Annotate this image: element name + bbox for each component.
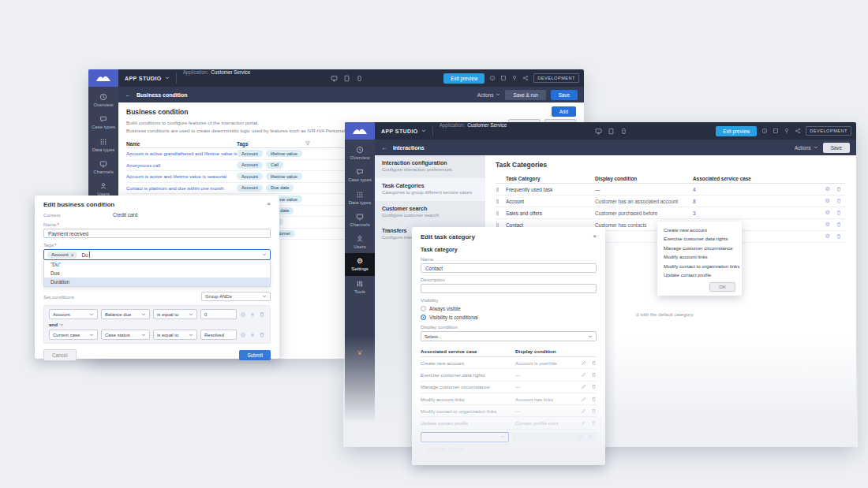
chevron-down-icon[interactable] — [262, 252, 267, 257]
info-icon[interactable] — [489, 75, 496, 81]
desktop-preview-icon[interactable] — [331, 75, 338, 82]
app-switcher[interactable]: APP STUDIO — [375, 122, 432, 140]
service-case-combobox[interactable] — [421, 432, 509, 442]
associated-case-row[interactable]: Update contact profile Contact profile e… — [421, 417, 597, 429]
submit-button[interactable]: Submit — [565, 456, 597, 465]
share-icon[interactable] — [795, 128, 801, 134]
delete-row-icon[interactable] — [591, 372, 597, 378]
dropdown-option[interactable]: Address change — [421, 445, 508, 454]
condition-target-select[interactable]: Current case — [49, 330, 98, 340]
delete-row-icon[interactable] — [591, 384, 597, 389]
actions-menu[interactable]: Actions — [795, 145, 818, 151]
nav-item-interaction-configuration[interactable]: Interaction configuration Configure inte… — [375, 155, 485, 178]
radio-always-visible[interactable]: Always visible — [421, 306, 597, 311]
delete-condition-icon[interactable] — [259, 332, 265, 338]
popup-list-item[interactable]: Update contact profile — [664, 270, 735, 279]
info-icon[interactable] — [761, 128, 768, 134]
delete-row-icon[interactable] — [591, 397, 597, 402]
associated-count-link[interactable]: 4 — [693, 187, 696, 192]
popup-list-item[interactable]: Create new account — [664, 225, 735, 234]
condition-operator-select[interactable]: is equal to — [153, 330, 197, 340]
row-settings-icon[interactable]: ⚙ — [825, 222, 830, 228]
row-settings-icon[interactable]: ⚙ — [825, 186, 830, 192]
sidebar-item-tools[interactable]: Tools — [345, 276, 375, 298]
condition-target-icon[interactable] — [240, 311, 246, 318]
delete-row-icon[interactable] — [591, 408, 597, 414]
edit-row-icon[interactable] — [581, 360, 586, 366]
edit-row-icon[interactable] — [581, 384, 586, 389]
window-icon[interactable] — [500, 75, 507, 81]
column-header-display-condition[interactable]: Display condition — [595, 176, 693, 181]
row-settings-icon[interactable]: ⚙ — [825, 210, 830, 216]
popup-list-item[interactable]: Manage customer circumstance — [664, 244, 735, 252]
associated-case-row[interactable]: Create new account Account is override — [421, 357, 597, 369]
row-delete-icon[interactable] — [836, 210, 842, 216]
add-condition-icon[interactable] — [249, 311, 256, 318]
edit-row-icon[interactable] — [578, 434, 583, 440]
name-field[interactable] — [421, 263, 597, 273]
edit-row-icon[interactable] — [581, 420, 586, 426]
condition-value-field[interactable] — [200, 309, 237, 319]
exit-preview-button[interactable]: Exit preview — [443, 73, 485, 84]
sidebar-item-users[interactable]: Users — [345, 231, 375, 253]
condition-field-select[interactable]: Balance due — [101, 309, 150, 319]
application-value[interactable]: Customer Service — [467, 122, 507, 140]
condition-name-link[interactable]: Account is active and lifetime value is … — [126, 173, 237, 179]
app-switcher[interactable]: APP STUDIO — [118, 69, 176, 87]
popup-list-item[interactable]: Exercise customer data rights — [664, 234, 735, 243]
sidebar-item-channels[interactable]: Channels — [88, 156, 118, 178]
tags-combobox[interactable]: Account × Du — [43, 249, 271, 260]
sidebar-item-channels[interactable]: Channels — [345, 209, 375, 231]
drag-handle-icon[interactable] — [496, 198, 499, 205]
nav-item-task-categories[interactable]: Task Categories Categories to group diff… — [375, 178, 485, 201]
associated-case-row[interactable]: Modify contact to organization links — — [421, 405, 597, 417]
group-logic-select[interactable]: Group ANDs — [201, 292, 271, 301]
dropdown-option[interactable]: Due — [44, 269, 270, 278]
row-settings-icon[interactable]: ⚙ — [825, 198, 830, 204]
edit-row-icon[interactable] — [581, 372, 586, 378]
row-delete-icon[interactable] — [836, 233, 842, 240]
associated-case-row[interactable]: Exercise customer data rights — — [421, 369, 597, 381]
row-delete-icon[interactable] — [836, 198, 842, 204]
close-icon[interactable]: × — [593, 233, 597, 240]
condition-field-select[interactable]: Case status — [101, 330, 150, 340]
column-header-associated-service-case[interactable]: Associated service case — [693, 176, 751, 181]
associated-case-row[interactable]: Modify account links Account has links — [421, 393, 597, 405]
sidebar-item-data-types[interactable]: Data types — [345, 187, 375, 209]
delete-condition-icon[interactable] — [259, 311, 265, 318]
task-category-row[interactable]: Sales and offers Customer purchased befo… — [496, 207, 845, 219]
desktop-preview-icon[interactable] — [595, 128, 602, 135]
associated-case-row[interactable]: Manage customer circumstance — — [421, 382, 597, 393]
column-header-task-category[interactable]: Task Category — [506, 176, 595, 181]
popup-list-item[interactable]: Modify account links — [664, 252, 735, 261]
save-and-run-button[interactable]: Save & run — [505, 90, 545, 100]
cancel-button[interactable]: Cancel — [43, 349, 77, 361]
sidebar-item-case-types[interactable]: Case types — [345, 164, 375, 186]
column-header-name[interactable]: Name — [126, 141, 237, 147]
task-category-row[interactable]: Frequently used task — 4 ⚙ — [496, 184, 845, 196]
window-icon[interactable] — [773, 128, 779, 134]
back-button[interactable]: ← — [125, 91, 131, 99]
phone-preview-icon[interactable] — [356, 75, 363, 82]
row-delete-icon[interactable] — [836, 186, 842, 192]
save-button[interactable]: Save — [823, 143, 850, 153]
delete-row-icon[interactable] — [588, 434, 593, 440]
sidebar-item-settings[interactable]: ⚙Settings — [345, 253, 375, 275]
save-button[interactable]: Save — [551, 90, 578, 100]
dropdown-option[interactable]: "Du" — [44, 260, 270, 269]
condition-name-link[interactable]: Anonymous call — [126, 162, 237, 168]
tablet-preview-icon[interactable] — [343, 75, 350, 82]
display-condition-select[interactable]: Select... — [421, 331, 597, 341]
tablet-preview-icon[interactable] — [608, 128, 615, 135]
radio-checked-icon[interactable] — [421, 315, 426, 320]
add-condition-icon[interactable] — [249, 332, 256, 338]
exit-preview-button[interactable]: Exit preview — [716, 126, 757, 136]
row-settings-icon[interactable]: ⚙ — [825, 233, 830, 240]
application-value[interactable]: Customer Service — [211, 69, 250, 87]
associated-count-link[interactable]: 8 — [693, 199, 696, 204]
pin-icon[interactable] — [784, 128, 790, 134]
sidebar-item-case-types[interactable]: Case types — [88, 111, 118, 133]
ok-button[interactable]: OK — [709, 282, 735, 292]
remove-tag-icon[interactable]: × — [71, 252, 74, 258]
condition-connector[interactable]: and — [49, 322, 265, 327]
